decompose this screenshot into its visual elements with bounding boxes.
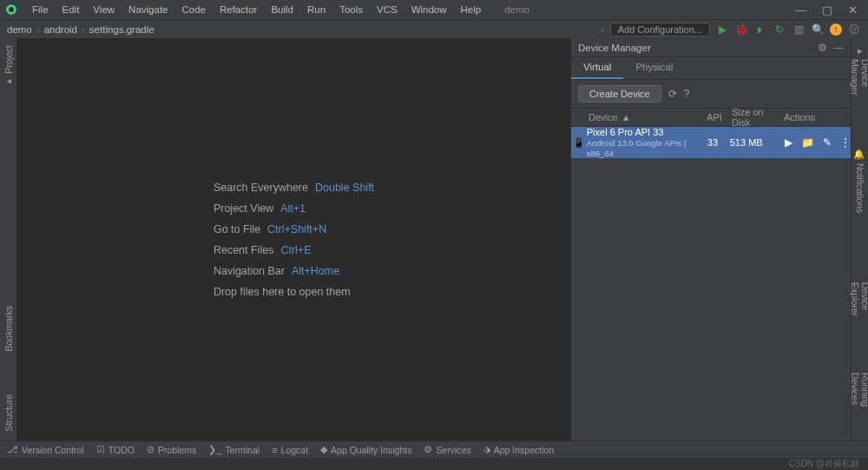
editor-empty-state: Search EverywhereDouble Shift Project Vi… (17, 38, 570, 440)
add-configuration-button[interactable]: Add Configuration... (610, 23, 710, 36)
main-menu: File Edit View Navigate Code Refactor Bu… (26, 3, 487, 17)
menu-code[interactable]: Code (175, 3, 212, 17)
edit-icon[interactable]: ✎ (823, 136, 832, 149)
sb-problems[interactable]: ⊘Problems (147, 444, 196, 455)
shortcut-label: Navigation Bar (214, 265, 285, 277)
chevron-right-icon: › (36, 24, 40, 35)
menu-navigate[interactable]: Navigate (122, 3, 174, 17)
sync-icon[interactable]: ↻ (773, 23, 786, 36)
window-project-name: demo (504, 4, 529, 15)
menu-tools[interactable]: Tools (333, 3, 369, 17)
menu-vcs[interactable]: VCS (371, 3, 404, 17)
sb-logcat[interactable]: ≡Logcat (272, 445, 308, 455)
col-api[interactable]: API (697, 112, 732, 122)
shortcut-key: Double Shift (315, 182, 374, 194)
help-icon[interactable]: ? (684, 88, 690, 100)
menu-window[interactable]: Window (405, 3, 453, 17)
shortcut-row: Recent FilesCtrl+E (214, 244, 374, 256)
device-size: 513 MB (730, 137, 781, 148)
shortcut-label: Go to File (214, 223, 260, 235)
main-area: ▸Project Bookmarks Structure Search Ever… (0, 38, 868, 440)
quality-icon: ◆ (320, 444, 327, 455)
shortcut-row: Navigation BarAlt+Home (214, 265, 374, 277)
search-icon[interactable]: 🔍 (811, 23, 825, 36)
user-icon[interactable]: ㋡ (847, 23, 861, 36)
shortcut-label: Search Everywhere (214, 182, 308, 194)
shortcut-key: Alt+1 (280, 202, 306, 215)
terminal-icon: ❯_ (208, 444, 221, 455)
gear-icon[interactable]: ⚙ (818, 42, 827, 54)
device-manager-panel: Device Manager ⚙ — Virtual Physical Crea… (570, 38, 851, 440)
col-size[interactable]: Size on Disk (732, 107, 784, 128)
left-tool-gutter: ▸Project Bookmarks Structure (0, 38, 17, 440)
menu-build[interactable]: Build (265, 3, 299, 17)
menu-edit[interactable]: Edit (56, 3, 86, 17)
update-badge-icon[interactable]: ↑ (830, 23, 842, 36)
breadcrumb-file[interactable]: settings.gradle (89, 24, 155, 35)
device-manager-tab[interactable]: ▸Device Manager (850, 45, 869, 114)
device-row[interactable]: 📱 Pixel 6 Pro API 33 Android 13.0 Google… (571, 127, 851, 158)
tab-physical[interactable]: Physical (623, 57, 685, 79)
sb-app-inspection[interactable]: ⬗App Inspection (483, 444, 554, 455)
profile-icon[interactable]: ⏵ (753, 23, 767, 36)
device-subtitle: Android 13.0 Google APIs | x86_64 (587, 138, 695, 158)
more-icon[interactable]: ⋮ (840, 136, 851, 149)
avd-icon[interactable]: ▥ (792, 23, 806, 36)
menu-run[interactable]: Run (301, 3, 332, 17)
shortcut-key: Alt+Home (292, 265, 339, 277)
sb-todo[interactable]: ☑TODO (96, 444, 135, 455)
create-device-button[interactable]: Create Device (578, 85, 661, 103)
device-tabs: Virtual Physical (571, 57, 851, 80)
chevron-right-icon: › (82, 24, 85, 35)
shortcut-key: Ctrl+Shift+N (267, 223, 326, 235)
minimize-icon[interactable]: — (795, 3, 806, 17)
minimize-panel-icon[interactable]: — (834, 42, 845, 54)
menu-view[interactable]: View (87, 3, 121, 17)
logcat-icon: ≡ (272, 445, 277, 455)
menu-file[interactable]: File (26, 3, 55, 17)
drop-hint: Drop files here to open them (214, 286, 374, 298)
bookmarks-tool-tab[interactable]: Bookmarks (3, 306, 14, 352)
maximize-icon[interactable]: ▢ (822, 3, 832, 17)
col-device[interactable]: Device▲ (571, 112, 697, 122)
structure-tool-tab[interactable]: Structure (3, 394, 14, 432)
toolbar-right: ‹ Add Configuration... ▶ 🐞 ⏵ ↻ ▥ 🔍 ↑ ㋡ (602, 23, 861, 36)
device-explorer-tab[interactable]: Device Explorer (850, 282, 869, 338)
sb-services[interactable]: ⚙Services (424, 444, 470, 455)
devices-icon: ▸ (855, 45, 865, 56)
device-toolbar: Create Device ⟳ ? (571, 80, 851, 108)
folder-icon: ▸ (3, 77, 14, 88)
sb-app-quality[interactable]: ◆App Quality Insights (320, 444, 411, 455)
arrow-left-icon[interactable]: ‹ (602, 23, 605, 36)
sb-version-control[interactable]: ⎇Version Control (7, 444, 84, 455)
shortcut-row: Go to FileCtrl+Shift+N (214, 223, 374, 235)
watermark: CSDN @祈祷私願 (0, 458, 868, 470)
shortcuts-panel: Search EverywhereDouble Shift Project Vi… (214, 182, 374, 298)
status-bar: ⎇Version Control ☑TODO ⊘Problems ❯_Termi… (0, 440, 868, 458)
launch-icon[interactable]: ▶ (785, 136, 792, 149)
project-tool-tab[interactable]: ▸Project (3, 45, 14, 88)
notifications-tab[interactable]: 🔔Notifications (854, 149, 865, 213)
todo-icon: ☑ (96, 444, 105, 455)
folder-icon[interactable]: 📁 (801, 136, 814, 149)
menu-refactor[interactable]: Refactor (214, 3, 263, 17)
android-studio-logo (5, 3, 17, 16)
menu-help[interactable]: Help (455, 3, 488, 17)
debug-icon[interactable]: 🐞 (734, 23, 748, 36)
device-api: 33 (695, 137, 730, 148)
refresh-icon[interactable]: ⟳ (668, 88, 677, 100)
tab-virtual[interactable]: Virtual (571, 57, 623, 79)
inspect-icon: ⬗ (483, 444, 490, 455)
sb-terminal[interactable]: ❯_Terminal (208, 444, 260, 455)
col-actions: Actions (784, 112, 851, 122)
running-devices-tab[interactable]: Running Devices (850, 373, 869, 432)
device-manager-header: Device Manager ⚙ — (571, 38, 851, 57)
breadcrumb-module[interactable]: android (44, 24, 77, 35)
branch-icon: ⎇ (7, 444, 18, 455)
run-icon[interactable]: ▶ (715, 23, 729, 36)
shortcut-label: Recent Files (214, 244, 273, 256)
bell-icon: 🔔 (854, 149, 865, 160)
breadcrumb-root[interactable]: demo (7, 24, 32, 35)
shortcut-row: Search EverywhereDouble Shift (214, 182, 374, 194)
close-icon[interactable]: ✕ (848, 3, 858, 17)
